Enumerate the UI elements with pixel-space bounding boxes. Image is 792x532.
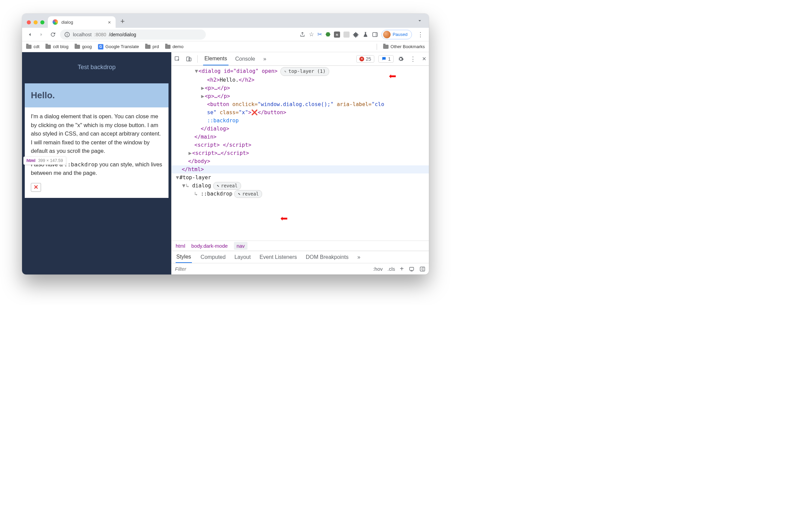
tooltip-tag: html xyxy=(26,158,35,163)
dom-node[interactable]: </main> xyxy=(194,134,216,140)
inspect-element-icon[interactable] xyxy=(174,56,180,62)
dom-node[interactable]: <dialog id="dialog" open> xyxy=(198,68,277,74)
dialog-close-button[interactable]: ✕ xyxy=(31,183,41,192)
bookmark-item[interactable]: GGoogle Translate xyxy=(98,44,139,50)
tab-styles[interactable]: Styles xyxy=(176,251,192,263)
minimize-window-button[interactable] xyxy=(34,20,38,24)
bookmark-star-icon[interactable]: ☆ xyxy=(309,31,314,38)
extension-grid-icon[interactable] xyxy=(344,32,350,38)
toggle-sidebar-icon[interactable] xyxy=(419,266,425,272)
badge-label: top-layer (1) xyxy=(289,68,326,75)
dom-node[interactable]: dialog xyxy=(192,183,211,189)
settings-gear-icon[interactable] xyxy=(398,56,404,62)
top-layer-badge[interactable]: ⬉top-layer (1) xyxy=(280,67,330,76)
share-icon[interactable] xyxy=(299,32,306,38)
new-rule-button[interactable]: + xyxy=(400,265,404,273)
extension-n-icon[interactable]: n xyxy=(334,32,340,38)
folder-icon xyxy=(383,45,389,49)
message-count: 1 xyxy=(388,56,391,62)
hover-toggle[interactable]: :hov xyxy=(373,266,383,272)
browser-tab[interactable]: dialog × xyxy=(48,16,116,28)
extensions-puzzle-icon[interactable] xyxy=(353,32,359,38)
dom-node[interactable]: </h2> xyxy=(239,77,255,83)
breadcrumb[interactable]: nav xyxy=(234,242,247,250)
new-tab-button[interactable]: + xyxy=(116,17,130,28)
back-button[interactable] xyxy=(25,30,34,39)
dom-node[interactable]: </button> xyxy=(258,110,286,116)
avatar xyxy=(383,31,391,38)
dom-node[interactable]: </dialog> xyxy=(201,126,229,132)
content-area: Test backdrop Hello. I'm a dialog elemen… xyxy=(22,52,429,274)
other-bookmarks[interactable]: Other Bookmarks xyxy=(383,44,425,49)
dom-node[interactable]: #top-layer xyxy=(179,174,211,180)
reveal-button[interactable]: ⬉reveal xyxy=(234,190,262,198)
dom-node[interactable]: <p>…</p> xyxy=(205,93,230,99)
bookmark-folder[interactable]: demo xyxy=(165,44,184,49)
device-toolbar-icon[interactable] xyxy=(186,56,192,62)
message-count-badge[interactable]: 1 xyxy=(379,55,394,63)
bookmark-label: Google Translate xyxy=(106,44,139,49)
tabs-menu-button[interactable] xyxy=(417,18,423,25)
breadcrumb[interactable]: body.dark-mode xyxy=(191,243,227,249)
folder-icon xyxy=(75,45,80,49)
reveal-button[interactable]: ⬉reveal xyxy=(213,182,241,190)
tab-computed[interactable]: Computed xyxy=(201,254,226,260)
dom-node[interactable]: ::backdrop xyxy=(201,191,232,197)
reveal-label: reveal xyxy=(221,182,238,189)
tab-elements[interactable]: Elements xyxy=(203,53,228,65)
forward-button[interactable] xyxy=(37,30,46,39)
bookmark-folder[interactable]: goog xyxy=(75,44,92,49)
scissors-icon[interactable]: ✂ xyxy=(317,31,322,38)
dom-node[interactable]: <p>…</p> xyxy=(205,85,230,91)
browser-menu-button[interactable]: ⋮ xyxy=(415,31,425,38)
tab-layout[interactable]: Layout xyxy=(234,254,251,260)
svg-rect-2 xyxy=(67,33,68,34)
annotation-arrow: ⬅ xyxy=(389,66,396,87)
site-info-icon[interactable] xyxy=(64,32,70,38)
elements-tree[interactable]: ▼<dialog id="dialog" open>⬉top-layer (1)… xyxy=(171,66,429,241)
labs-flask-icon[interactable] xyxy=(363,32,369,38)
styles-filter-input[interactable] xyxy=(175,266,263,272)
tab-console[interactable]: Console xyxy=(234,53,257,65)
dom-node[interactable]: </html> xyxy=(182,166,204,172)
translate-icon: G xyxy=(98,44,104,50)
reveal-label: reveal xyxy=(242,190,259,197)
classes-toggle[interactable]: .cls xyxy=(388,266,395,272)
rendered-page: Test backdrop Hello. I'm a dialog elemen… xyxy=(22,52,171,274)
close-devtools-button[interactable]: × xyxy=(422,55,426,63)
tab-event-listeners[interactable]: Event Listeners xyxy=(259,254,297,260)
close-tab-button[interactable]: × xyxy=(108,19,111,25)
tabs-overflow[interactable]: » xyxy=(357,254,361,260)
side-panel-icon[interactable] xyxy=(372,32,378,38)
reload-button[interactable] xyxy=(49,30,57,39)
dom-node[interactable]: </script> xyxy=(220,142,251,148)
url-port: :8080 xyxy=(94,32,106,37)
bookmarks-bar: cdt cdt blog goog GGoogle Translate prd … xyxy=(22,41,429,52)
dom-node[interactable]: <script> xyxy=(194,142,220,148)
profile-chip[interactable]: Paused xyxy=(382,30,412,39)
dom-pseudo[interactable]: ::backdrop xyxy=(207,118,239,124)
maximize-window-button[interactable] xyxy=(40,20,44,24)
error-count: 25 xyxy=(366,56,371,62)
devtools-toolbar: Elements Console » ✕25 1 ⋮ × xyxy=(171,52,429,66)
styles-tab-bar: Styles Computed Layout Event Listeners D… xyxy=(171,251,429,263)
tabs-overflow[interactable]: » xyxy=(262,53,268,65)
extension-icon[interactable]: ⬣ xyxy=(326,31,331,38)
error-count-badge[interactable]: ✕25 xyxy=(356,55,374,63)
cursor-icon: ⬉ xyxy=(284,69,287,75)
svg-rect-8 xyxy=(409,267,413,270)
dom-node[interactable]: <script>…</script> xyxy=(192,150,249,156)
bookmark-folder[interactable]: cdt xyxy=(26,44,39,49)
devtools-menu-button[interactable]: ⋮ xyxy=(408,55,418,63)
url-input[interactable]: localhost:8080/demo/dialog xyxy=(60,30,206,40)
cursor-icon: ⬉ xyxy=(217,182,219,189)
bookmark-folder[interactable]: cdt blog xyxy=(45,44,69,49)
dom-node[interactable]: </body> xyxy=(188,158,210,164)
dom-node[interactable]: <button xyxy=(207,101,233,108)
close-window-button[interactable] xyxy=(27,20,31,24)
dom-node[interactable]: <h2> xyxy=(207,77,220,83)
bookmark-folder[interactable]: prd xyxy=(145,44,159,49)
computed-styles-icon[interactable] xyxy=(408,266,415,272)
tab-dom-breakpoints[interactable]: DOM Breakpoints xyxy=(306,254,349,260)
breadcrumb[interactable]: html xyxy=(176,243,185,249)
